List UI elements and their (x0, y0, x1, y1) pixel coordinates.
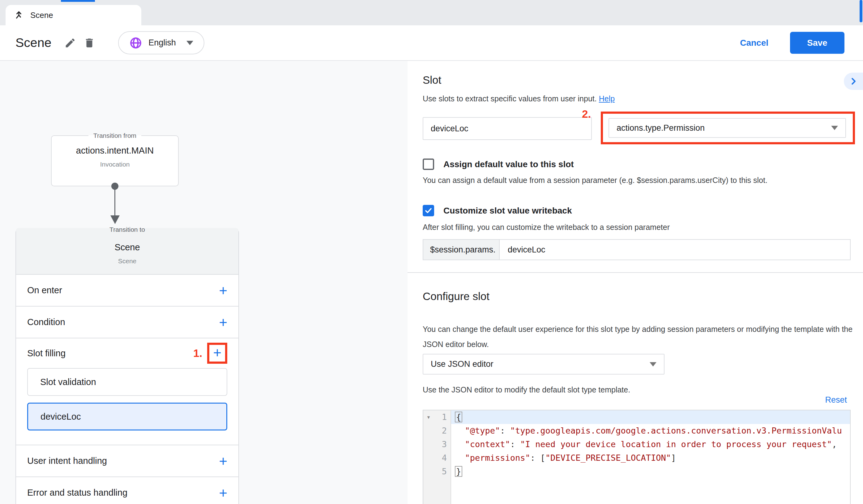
line-number: 4 (434, 451, 451, 465)
slot-type-dropdown[interactable]: actions.type.Permission (609, 118, 846, 138)
scene-icon (14, 10, 24, 21)
dropdown-arrow-icon (650, 362, 656, 366)
tab-bar: Scene (0, 0, 863, 25)
cancel-button[interactable]: Cancel (729, 33, 779, 53)
gutter-cell: 2 (423, 424, 451, 438)
section-divider (408, 272, 863, 273)
slot-item-deviceloc[interactable]: deviceLoc (27, 403, 227, 430)
user-intent-label: User intent handling (27, 456, 219, 466)
transition-from-node[interactable]: Transition from actions.intent.MAIN Invo… (51, 132, 179, 186)
editor-mode-value: Use JSON editor (431, 359, 493, 369)
slot-heading: Slot (423, 74, 441, 86)
intent-type: Invocation (100, 161, 130, 168)
code-content[interactable]: "permissions": ["DEVICE_PRECISE_LOCATION… (451, 451, 850, 465)
edit-scene-button[interactable] (61, 34, 80, 53)
annotation-box-2: actions.type.Permission (601, 112, 855, 144)
code-content[interactable]: "context": "I need your device location … (451, 438, 850, 451)
code-content[interactable]: } (451, 465, 850, 478)
slot-validation-item[interactable]: Slot validation (27, 368, 227, 396)
transition-from-legend: Transition from (88, 132, 141, 139)
chevron-down-icon (186, 41, 193, 45)
row-user-intent: User intent handling + (16, 445, 238, 477)
writeback-label: Customize slot value writeback (443, 206, 572, 216)
tab-scene[interactable]: Scene (5, 5, 141, 25)
scene-node-subtitle: Scene (118, 257, 137, 264)
row-on-enter: On enter + (16, 274, 238, 306)
intent-name: actions.intent.MAIN (76, 145, 154, 156)
scrollbar-thumb[interactable] (860, 0, 862, 22)
writeback-param-group: $session.params. (423, 239, 851, 260)
configure-slot-heading: Configure slot (423, 290, 489, 302)
collapse-panel-button[interactable] (844, 73, 863, 90)
configure-description: You can change the default user experien… (423, 322, 863, 352)
tab-label: Scene (30, 11, 53, 20)
writeback-checkbox[interactable] (423, 205, 434, 216)
pencil-icon (64, 37, 76, 49)
writeback-param-input[interactable] (500, 240, 850, 260)
annotation-box-1: + (207, 343, 227, 364)
slot-description-text: Use slots to extract specific values fro… (423, 94, 597, 103)
code-line-2[interactable]: 2 "@type": "type.googleapis.com/google.a… (423, 424, 850, 438)
error-status-label: Error and status handling (27, 488, 219, 498)
assign-default-description: You can assign a default value from a se… (423, 176, 767, 185)
transition-to-card: Transition to Scene Scene On enter + Con… (15, 226, 239, 504)
fold-arrow-icon[interactable]: ▼ (423, 410, 434, 424)
line-number: 5 (434, 465, 451, 478)
scene-node-header[interactable]: Scene Scene (16, 228, 238, 274)
gutter-cell: 5 (423, 465, 451, 478)
scene-header: Scene English Cancel Save (0, 25, 863, 61)
slot-type-value: actions.type.Permission (616, 123, 705, 133)
globe-icon (129, 37, 142, 50)
connector-line (114, 189, 115, 216)
add-error-handler-button[interactable]: + (219, 486, 227, 500)
delete-scene-button[interactable] (80, 34, 99, 53)
code-line-1[interactable]: ▼1{ (423, 410, 850, 424)
transition-to-legend: Transition to (104, 226, 150, 233)
code-line-5[interactable]: 5} (423, 465, 850, 478)
code-content[interactable]: { (451, 410, 850, 424)
language-selector[interactable]: English (118, 31, 204, 54)
assign-default-row: Assign default value to this slot (423, 158, 574, 170)
page-title: Scene (15, 36, 51, 50)
json-editor-lines: ▼1{2 "@type": "type.googleapis.com/googl… (423, 410, 850, 478)
reset-button[interactable]: Reset (825, 395, 847, 405)
trash-icon (84, 37, 95, 49)
json-editor[interactable]: ▼1{2 "@type": "type.googleapis.com/googl… (423, 410, 851, 504)
condition-label: Condition (27, 317, 219, 327)
add-slot-button[interactable]: + (213, 346, 221, 360)
add-user-intent-button[interactable]: + (219, 454, 227, 468)
gutter-cell: 3 (423, 438, 451, 451)
slot-filling-label: Slot filling (27, 348, 193, 359)
dropdown-arrow-icon (831, 126, 838, 130)
writeback-description: After slot filling, you can customize th… (423, 223, 670, 232)
scene-flow-canvas: Transition from actions.intent.MAIN Invo… (0, 61, 408, 504)
add-condition-button[interactable]: + (219, 315, 227, 329)
help-link[interactable]: Help (599, 94, 615, 103)
slot-name-input[interactable] (423, 117, 592, 140)
slot-detail-panel: Slot Use slots to extract specific value… (408, 61, 863, 504)
assign-default-checkbox[interactable] (423, 158, 434, 170)
json-editor-hint: Use the JSON editor to modify the defaul… (423, 385, 630, 394)
editor-mode-dropdown[interactable]: Use JSON editor (423, 354, 664, 375)
checkmark-icon (424, 206, 433, 215)
add-on-enter-button[interactable]: + (219, 283, 227, 298)
assign-default-label: Assign default value to this slot (443, 159, 574, 169)
code-line-3[interactable]: 3 "context": "I need your device locatio… (423, 438, 850, 451)
gutter-cell: 4 (423, 451, 451, 465)
line-number: 2 (434, 424, 451, 438)
code-content[interactable]: "@type": "type.googleapis.com/google.act… (451, 424, 850, 438)
slot-description: Use slots to extract specific values fro… (423, 94, 615, 103)
code-line-4[interactable]: 4 "permissions": ["DEVICE_PRECISE_LOCATI… (423, 451, 850, 465)
session-params-prefix: $session.params. (423, 240, 500, 260)
row-slot-filling: Slot filling 1. + Slot validation device… (16, 338, 238, 445)
chevron-right-icon (849, 77, 858, 86)
line-number: 1 (434, 410, 451, 424)
slot-validation-label: Slot validation (40, 377, 96, 387)
slot-item-label: deviceLoc (40, 412, 81, 422)
gutter-cell: ▼1 (423, 410, 451, 424)
on-enter-label: On enter (27, 285, 219, 295)
row-error-status: Error and status handling + (16, 477, 238, 504)
connector-arrowhead-icon (110, 215, 120, 224)
writeback-row: Customize slot value writeback (423, 205, 572, 216)
save-button[interactable]: Save (790, 32, 845, 54)
